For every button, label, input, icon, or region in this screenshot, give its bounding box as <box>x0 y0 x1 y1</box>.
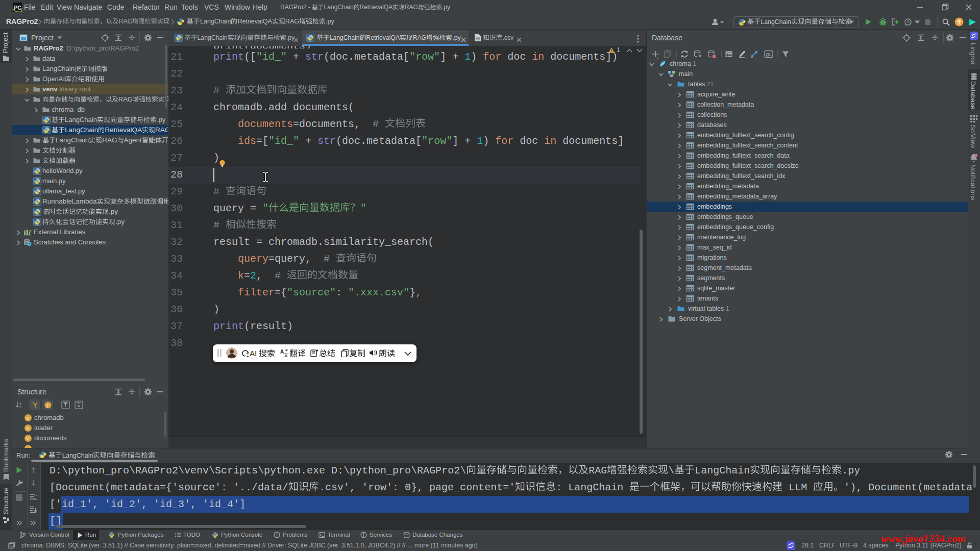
svg-text:z: z <box>19 405 21 409</box>
svg-text:v: v <box>27 415 29 421</box>
svg-text:文: 文 <box>284 353 288 357</box>
svg-text:PC: PC <box>14 5 21 11</box>
svg-text:QL: QL <box>766 52 772 57</box>
svg-text:v: v <box>27 425 29 431</box>
svg-text:a: a <box>19 402 21 405</box>
svg-text:v: v <box>27 436 29 441</box>
